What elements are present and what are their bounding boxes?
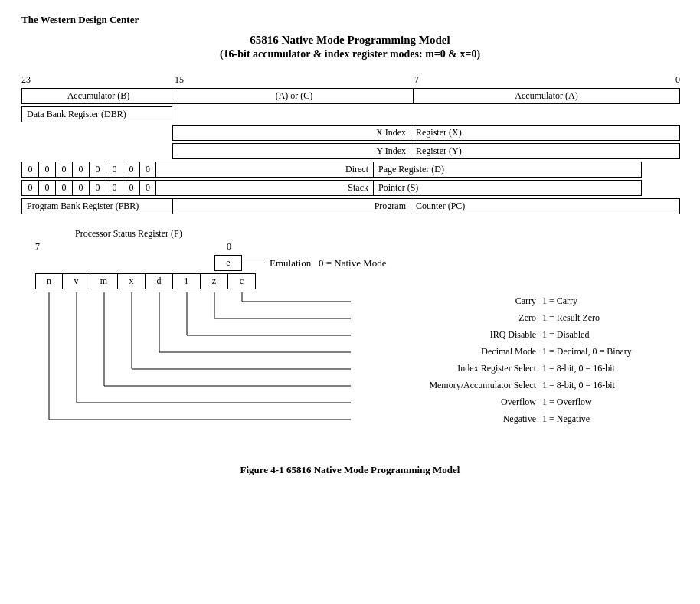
sp-bit-3: 0 — [72, 180, 89, 196]
s-bit-c: c — [228, 273, 256, 289]
status-bit7-label: 7 — [35, 241, 40, 253]
dp-bit-2: 0 — [55, 162, 72, 178]
sp-bit-7: 0 — [139, 180, 156, 196]
dp-bit-1: 0 — [38, 162, 55, 178]
figure-caption: Figure 4-1 65816 Native Mode Programming… — [21, 464, 679, 476]
sp-label-cell: Stack — [156, 180, 374, 196]
dp-bit-7: 0 — [139, 162, 156, 178]
bit-label-7: 7 — [414, 74, 419, 86]
desc-zero: Zero 1 = Result Zero — [351, 309, 680, 326]
s-bit-i: i — [173, 273, 201, 289]
s-bit-x: x — [118, 273, 146, 289]
acc-a-cell: Accumulator (A) — [414, 88, 680, 104]
sp-bit-0: 0 — [21, 180, 38, 196]
dp-label-cell: Direct — [156, 162, 374, 178]
s-bit-d: d — [146, 273, 173, 289]
s-bit-n: n — [35, 273, 63, 289]
desc-negative: Negative 1 = Negative — [351, 410, 680, 427]
acc-ac-cell: (A) or (C) — [175, 88, 414, 104]
x-label-cell: X Index — [172, 125, 411, 141]
acc-b-cell: Accumulator (B) — [21, 88, 175, 104]
sp-bit-5: 0 — [106, 180, 123, 196]
bit-label-23: 23 — [21, 74, 31, 86]
bit-label-0: 0 — [675, 74, 680, 86]
dp-bit-3: 0 — [72, 162, 89, 178]
pc-label-cell: Program — [172, 198, 411, 214]
y-label-cell: Y Index — [172, 143, 411, 159]
sp-bit-1: 0 — [38, 180, 55, 196]
desc-index: Index Register Select 1 = 8-bit, 0 = 16-… — [351, 360, 680, 377]
register-diagram: 23 15 7 0 Accumulator (B) (A) or (C) Acc… — [21, 74, 680, 214]
sp-reg-cell: Pointer (S) — [374, 180, 642, 196]
pbr-cell: Program Bank Register (PBR) — [21, 198, 172, 214]
pc-reg-cell: Counter (PC) — [411, 198, 680, 214]
desc-memory: Memory/Accumulator Select 1 = 8-bit, 0 =… — [351, 377, 680, 393]
dp-bit-6: 0 — [123, 162, 139, 178]
s-bit-v: v — [63, 273, 90, 289]
bit-label-15: 15 — [175, 74, 184, 86]
sp-bit-2: 0 — [55, 180, 72, 196]
lines-container: Carry 1 = Carry Zero 1 = Result Zero IRQ… — [21, 292, 680, 446]
s-bit-m: m — [90, 273, 118, 289]
desc-carry: Carry 1 = Carry — [351, 292, 680, 309]
s-bit-z: z — [201, 273, 228, 289]
status-register-section: Processor Status Register (P) 7 0 e Emul… — [21, 228, 680, 446]
main-title: 65816 Native Mode Programming Model — [21, 34, 679, 47]
desc-overflow: Overflow 1 = Overflow — [351, 393, 680, 410]
emulation-label: Emulation 0 = Native Mode — [270, 257, 386, 269]
desc-irq: IRQ Disable 1 = Disabled — [351, 326, 680, 343]
status-bit0-label: 0 — [227, 241, 231, 253]
dbr-cell: Data Bank Register (DBR) — [21, 106, 172, 122]
sub-title: (16-bit accumulator & index register mod… — [21, 48, 679, 60]
bit-descriptions: Carry 1 = Carry Zero 1 = Result Zero IRQ… — [351, 292, 680, 427]
dp-bit-5: 0 — [106, 162, 123, 178]
dp-bit-0: 0 — [21, 162, 38, 178]
company-name: The Western Design Center — [21, 14, 679, 26]
e-bit-cell: e — [214, 255, 242, 271]
status-bits-row: n v m x d i z c — [35, 273, 680, 289]
dp-reg-cell: Page Register (D) — [374, 162, 642, 178]
x-reg-cell: Register (X) — [411, 125, 680, 141]
status-title: Processor Status Register (P) — [75, 228, 680, 240]
sp-bit-6: 0 — [123, 180, 139, 196]
sp-bit-4: 0 — [89, 180, 106, 196]
y-reg-cell: Register (Y) — [411, 143, 680, 159]
dp-bit-4: 0 — [89, 162, 106, 178]
desc-decimal: Decimal Mode 1 = Decimal, 0 = Binary — [351, 343, 680, 360]
